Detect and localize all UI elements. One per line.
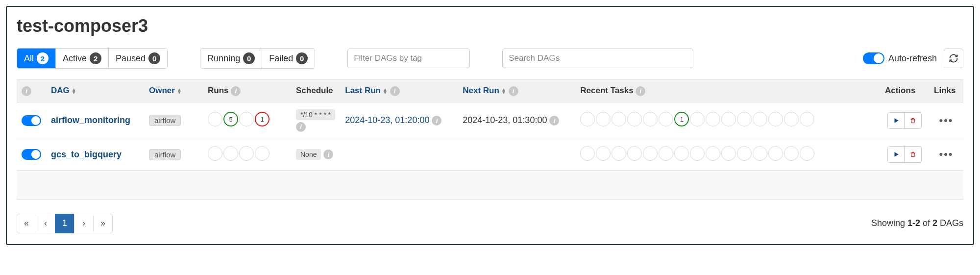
run-circle[interactable] [208, 112, 222, 126]
delete-button[interactable] [905, 113, 921, 128]
run-circle[interactable] [255, 146, 270, 161]
task-circle[interactable] [721, 146, 736, 161]
task-circle[interactable] [706, 112, 720, 126]
trigger-button[interactable] [888, 113, 905, 128]
showing-text: Showing 1-2 of 2 DAGs [871, 218, 963, 228]
col-schedule: Schedule [291, 80, 340, 102]
last-run-value[interactable]: 2024-10-23, 01:20:00 [345, 115, 429, 125]
pager-prev[interactable]: ‹ [36, 214, 55, 233]
delete-button[interactable] [905, 147, 921, 162]
play-icon [893, 151, 900, 158]
trigger-button[interactable] [888, 147, 905, 162]
task-circle[interactable] [580, 146, 595, 161]
page-title: test-composer3 [17, 16, 963, 36]
info-icon: i [390, 86, 400, 96]
owner-chip[interactable]: airflow [149, 115, 181, 126]
col-recent-tasks: Recent Tasks i [575, 80, 880, 102]
pager: «‹1›» [17, 214, 113, 233]
col-owner[interactable]: Owner▲▼ [144, 80, 203, 102]
task-circle[interactable] [690, 146, 705, 161]
info-icon: i [636, 86, 645, 96]
filter-tab-paused[interactable]: Paused 0 [109, 49, 167, 68]
links-menu[interactable]: ••• [939, 114, 953, 126]
task-circle[interactable] [580, 112, 595, 126]
task-circle[interactable] [643, 146, 658, 161]
owner-chip[interactable]: airflow [149, 149, 181, 160]
col-runs: Runs i [203, 80, 291, 102]
col-dag[interactable]: DAG▲▼ [46, 80, 144, 102]
info-icon: i [549, 116, 559, 125]
pager-first[interactable]: « [17, 214, 36, 233]
col-links: Links [929, 80, 963, 102]
pager-last[interactable]: » [93, 214, 113, 233]
dag-row: gcs_to_bigquery airflow None i ••• [17, 139, 963, 170]
col-next-run[interactable]: Next Run▲▼ i [458, 80, 575, 102]
schedule-chip[interactable]: */10 * * * * [296, 109, 335, 120]
task-circle[interactable] [612, 146, 626, 161]
task-circle[interactable] [659, 112, 673, 126]
task-circle[interactable] [753, 112, 767, 126]
task-circle[interactable] [627, 112, 642, 126]
status-tab-failed[interactable]: Failed 0 [262, 49, 315, 68]
pager-page[interactable]: 1 [55, 214, 74, 233]
autorefresh-label: Auto-refresh [888, 53, 937, 64]
dag-enable-toggle[interactable] [22, 149, 41, 160]
task-circle[interactable] [784, 146, 799, 161]
task-circle[interactable] [721, 112, 736, 126]
task-circle[interactable] [784, 112, 799, 126]
dag-row: airflow_monitoring airflow 51 */10 * * *… [17, 102, 963, 139]
refresh-icon [949, 53, 958, 63]
links-menu[interactable]: ••• [939, 148, 953, 160]
run-circle[interactable] [239, 146, 254, 161]
task-circle[interactable] [768, 146, 783, 161]
col-last-run[interactable]: Last Run▲▼ i [340, 80, 458, 102]
task-circle[interactable] [800, 112, 814, 126]
info-icon: i [509, 86, 518, 96]
filter-tab-all[interactable]: All 2 [17, 49, 56, 68]
task-circle[interactable]: 1 [674, 112, 689, 126]
task-circle[interactable] [706, 146, 720, 161]
schedule-chip[interactable]: None [296, 149, 321, 160]
filter-tags-input[interactable] [347, 49, 470, 68]
play-icon [893, 117, 900, 124]
task-circle[interactable] [737, 112, 752, 126]
task-circle[interactable] [596, 146, 611, 161]
task-circle[interactable] [627, 146, 642, 161]
filter-state-group: All 2Active 2Paused 0 [17, 48, 168, 69]
task-circle[interactable] [596, 112, 611, 126]
run-circle[interactable]: 5 [223, 112, 238, 126]
dag-name-link[interactable]: gcs_to_bigquery [51, 150, 122, 159]
status-group: Running 0Failed 0 [200, 48, 315, 69]
dag-name-link[interactable]: airflow_monitoring [51, 115, 130, 125]
task-circle[interactable] [690, 112, 705, 126]
col-actions: Actions [880, 80, 929, 102]
refresh-button[interactable] [944, 49, 963, 68]
trash-icon [909, 117, 916, 124]
status-tab-running[interactable]: Running 0 [200, 49, 262, 68]
task-circle[interactable] [768, 112, 783, 126]
info-icon: i [296, 122, 306, 132]
run-circle[interactable] [208, 146, 222, 161]
filter-tab-active[interactable]: Active 2 [56, 49, 109, 68]
info-icon: i [22, 86, 31, 96]
task-circle[interactable] [612, 112, 626, 126]
info-icon: i [231, 86, 241, 96]
info-icon: i [432, 116, 441, 125]
run-circle[interactable]: 1 [255, 112, 270, 126]
task-circle[interactable] [659, 146, 673, 161]
autorefresh-toggle[interactable] [863, 52, 884, 64]
run-circle[interactable] [239, 112, 254, 126]
task-circle[interactable] [737, 146, 752, 161]
pager-next[interactable]: › [74, 214, 94, 233]
task-circle[interactable] [643, 112, 658, 126]
toolbar: All 2Active 2Paused 0 Running 0Failed 0 … [17, 48, 963, 69]
dags-table: i DAG▲▼ Owner▲▼ Runs i Schedule Last Run… [17, 79, 963, 200]
trash-icon [909, 151, 916, 158]
task-circle[interactable] [800, 146, 814, 161]
run-circle[interactable] [223, 146, 238, 161]
search-dags-input[interactable] [502, 49, 693, 68]
info-icon: i [323, 150, 333, 159]
dag-enable-toggle[interactable] [22, 115, 41, 126]
task-circle[interactable] [753, 146, 767, 161]
task-circle[interactable] [674, 146, 689, 161]
